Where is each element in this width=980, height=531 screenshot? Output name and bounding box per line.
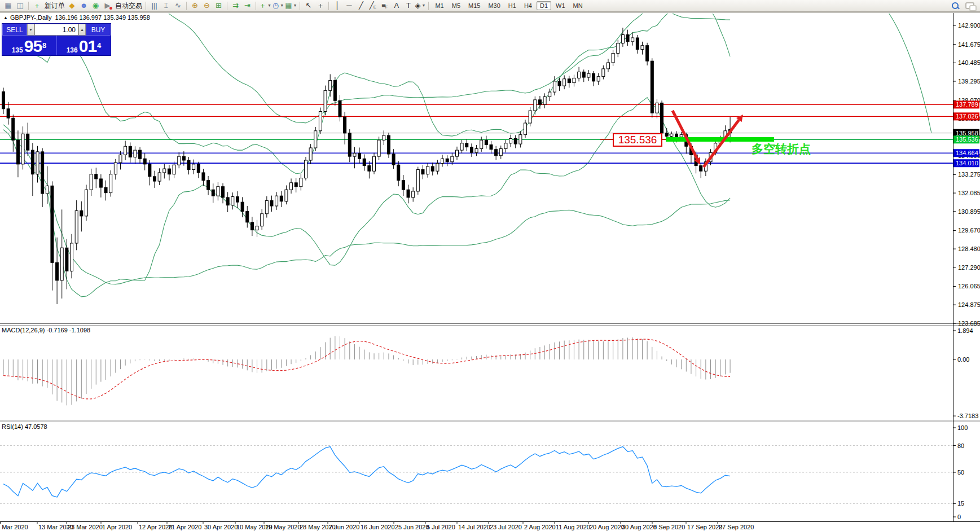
svg-text:25 Jun 2020: 25 Jun 2020 [395, 524, 429, 530]
date-axis: 4 Mar 202013 Mar 202023 Mar 20201 Apr 20… [0, 521, 754, 530]
svg-text:50: 50 [957, 469, 964, 476]
tile-windows-icon[interactable]: ⊞ [213, 1, 224, 11]
timeframe-m5-button[interactable]: M5 [449, 1, 464, 10]
new-order-button-label[interactable]: 新订单 [45, 1, 65, 11]
timeframe-d1-button[interactable]: D1 [537, 1, 551, 10]
svg-text:23 Mar 2020: 23 Mar 2020 [68, 524, 103, 530]
svg-text:123.685: 123.685 [958, 320, 980, 327]
svg-text:132.085: 132.085 [958, 190, 980, 196]
timeframe-h1-button[interactable]: H1 [505, 1, 520, 10]
timeframe-w1-button[interactable]: W1 [552, 1, 569, 10]
svg-text:0: 0 [957, 514, 961, 520]
svg-text:19 May 2020: 19 May 2020 [265, 524, 301, 530]
buy-price[interactable]: 136014 [57, 36, 111, 55]
svg-text:14 Jul 2020: 14 Jul 2020 [458, 524, 490, 530]
timeframe-h4-button[interactable]: H4 [521, 1, 535, 10]
candles-chart-icon[interactable]: ⌶ [161, 1, 172, 11]
autotrading-button-label[interactable]: 自动交易 [115, 1, 142, 11]
svg-text:23 Jul 2020: 23 Jul 2020 [490, 524, 522, 530]
svg-text:1 Apr 2020: 1 Apr 2020 [102, 524, 132, 530]
svg-text:4 Mar 2020: 4 Mar 2020 [0, 524, 28, 530]
trade-prices-row: 135958 136014 [2, 36, 111, 55]
svg-text:134.664: 134.664 [956, 150, 978, 156]
collapse-icon[interactable]: ▲ [3, 15, 8, 20]
macd-label: MACD(12,26,9) -0.7169 -1.1098 [2, 327, 90, 333]
buy-button[interactable]: BUY [86, 24, 111, 36]
svg-text:140.485: 140.485 [958, 59, 980, 66]
templates-icon[interactable]: ▦▼ [285, 1, 297, 11]
svg-text:130.895: 130.895 [958, 208, 980, 215]
volume-input[interactable] [34, 24, 78, 36]
svg-text:30 Apr 2020: 30 Apr 2020 [204, 524, 238, 530]
sell-price-sup: 8 [42, 37, 46, 54]
profiles-icon[interactable]: ◫ [15, 1, 25, 11]
up-trend-arrow[interactable] [704, 120, 739, 167]
timeframe-m30-button[interactable]: M30 [485, 1, 503, 10]
support-price-label[interactable]: 135.536 [613, 133, 662, 147]
rsi-label: RSI(14) 47.0578 [2, 423, 47, 430]
turning-point-annotation[interactable]: 多空转折点 [752, 141, 811, 157]
timeframe-m15-button[interactable]: M15 [465, 1, 484, 10]
new-chart-icon[interactable]: ▦ [3, 1, 14, 11]
svg-text:124.875: 124.875 [958, 301, 980, 308]
fibonacci-icon[interactable]: ≡F [379, 1, 390, 11]
svg-text:0.00: 0.00 [957, 356, 969, 363]
text-icon[interactable]: A [391, 1, 402, 11]
channel-icon[interactable]: ╱E [367, 1, 378, 11]
svg-text:137.026: 137.026 [956, 113, 978, 120]
buy-price-big: 01 [79, 38, 96, 54]
trade-controls-row: SELL ▼ ▲ BUY [2, 24, 111, 36]
svg-text:80: 80 [957, 442, 964, 449]
chat-icon[interactable] [965, 2, 974, 9]
bars-chart-icon[interactable]: ||| [149, 1, 160, 11]
shapes-icon[interactable]: ◈▼ [415, 1, 425, 11]
svg-text:30 Aug 2020: 30 Aug 2020 [622, 524, 657, 530]
svg-text:1.894: 1.894 [957, 327, 973, 334]
signals-icon[interactable]: ◉ [90, 1, 101, 11]
line-chart-icon[interactable]: ∿ [173, 1, 183, 11]
svg-text:100: 100 [957, 424, 968, 431]
buy-price-small: 136 [67, 46, 78, 54]
trendline-icon[interactable]: ╱ [355, 1, 366, 11]
svg-text:127.290: 127.290 [958, 264, 980, 271]
volume-decrease-button[interactable]: ▼ [27, 24, 34, 36]
volume-increase-button[interactable]: ▲ [78, 24, 86, 36]
chart-canvas[interactable]: 142.900141.675140.485139.295138.070136.8… [0, 0, 980, 531]
svg-text:141.675: 141.675 [958, 41, 980, 48]
chart-info: ▲GBPJPY-,Daily 136.196 136.997 135.349 1… [3, 14, 150, 21]
periods-icon[interactable]: ◷▼ [273, 1, 284, 11]
sell-price[interactable]: 135958 [2, 36, 57, 55]
market-icon[interactable]: ◆ [67, 1, 77, 11]
svg-text:-3.7183: -3.7183 [957, 412, 978, 419]
rsi-pane [0, 446, 953, 504]
community-icon[interactable]: ☻ [78, 1, 89, 11]
autotrading-button[interactable]: ▶ [102, 1, 113, 11]
symbol-period-label: GBPJPY-,Daily [10, 14, 52, 21]
sell-button[interactable]: SELL [2, 24, 27, 36]
svg-text:134.010: 134.010 [956, 160, 978, 166]
zoom-in-icon[interactable]: ⊕ [190, 1, 200, 11]
svg-text:7 Jun 2020: 7 Jun 2020 [329, 524, 359, 530]
search-icon[interactable] [952, 2, 959, 9]
timeframe-m1-button[interactable]: M1 [432, 1, 447, 10]
main-toolbar: ▦◫＋新订单◆☻◉▶自动交易|||⌶∿⊕⊖⊞⇉⇥＋▼◷▼▦▼↖＋│─╱╱E≡FA… [0, 0, 980, 12]
svg-text:5 Jul 2020: 5 Jul 2020 [427, 524, 455, 530]
buy-price-sup: 4 [97, 37, 101, 54]
svg-text:126.065: 126.065 [958, 283, 980, 289]
cursor-icon[interactable]: ↖ [303, 1, 314, 11]
timeframe-mn-button[interactable]: MN [570, 1, 586, 10]
vline-icon[interactable]: │ [332, 1, 342, 11]
hline-icon[interactable]: ─ [344, 1, 354, 11]
crosshair-icon[interactable]: ＋ [315, 1, 326, 11]
label-icon[interactable]: T [403, 1, 414, 11]
svg-text:15: 15 [957, 500, 964, 507]
svg-text:8 Sep 2020: 8 Sep 2020 [653, 524, 685, 530]
svg-text:17 Sep 2020: 17 Sep 2020 [687, 524, 722, 530]
chart-shift-icon[interactable]: ⇥ [242, 1, 253, 11]
auto-scroll-icon[interactable]: ⇉ [230, 1, 241, 11]
macd-pane [3, 336, 730, 406]
svg-text:135.958: 135.958 [956, 130, 978, 137]
zoom-out-icon[interactable]: ⊖ [201, 1, 212, 11]
indicators-icon[interactable]: ＋▼ [259, 1, 271, 11]
new-order-button[interactable]: ＋ [32, 1, 42, 11]
